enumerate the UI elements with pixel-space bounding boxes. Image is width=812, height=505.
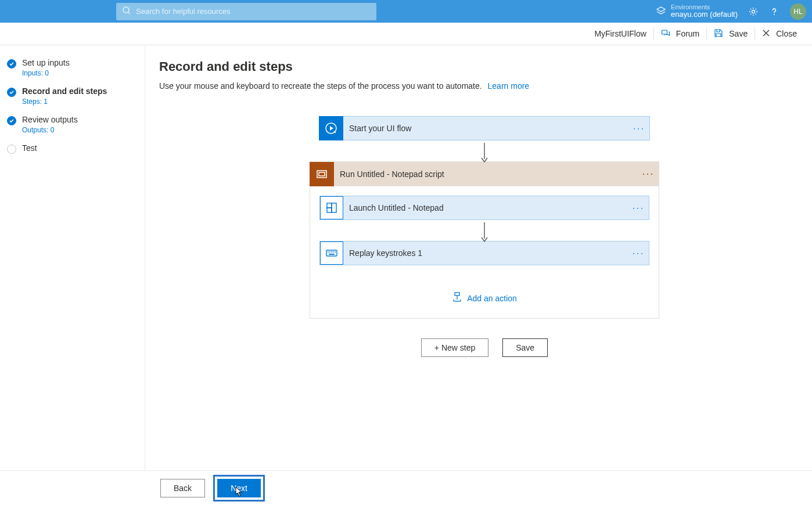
svg-rect-22: [455, 293, 459, 295]
search-icon: [122, 6, 131, 17]
nav-step-inputs[interactable]: Set up inputs Inputs: 0: [6, 53, 139, 82]
forum-label: Forum: [676, 29, 699, 38]
svg-rect-13: [327, 208, 332, 212]
close-icon: [762, 29, 770, 39]
svg-point-3: [774, 14, 775, 15]
new-step-button[interactable]: + New step: [421, 338, 488, 357]
page-desc-text: Use your mouse and keyboard to recreate …: [159, 81, 482, 91]
step-start-ui-flow[interactable]: Start your UI flow ···: [319, 116, 650, 140]
main-content: Record and edit steps Use your mouse and…: [145, 45, 812, 470]
environment-name: enayu.com (default): [671, 10, 738, 19]
flow-title-text: MyFirstUIFlow: [594, 29, 646, 38]
step-menu-icon[interactable]: ···: [628, 247, 649, 259]
close-label: Close: [776, 29, 797, 38]
step-menu-icon[interactable]: ···: [628, 122, 649, 135]
help-icon[interactable]: [769, 6, 779, 17]
wizard-nav: Set up inputs Inputs: 0 Record and edit …: [0, 45, 145, 470]
svg-rect-11: [327, 203, 332, 208]
flow-title: MyFirstUIFlow: [587, 23, 653, 45]
step-menu-icon[interactable]: ···: [638, 168, 659, 180]
add-action-label: Add an action: [467, 294, 517, 303]
svg-rect-4: [662, 30, 667, 34]
next-button-highlight: Next: [213, 475, 265, 502]
check-icon: [7, 88, 16, 97]
step-menu-icon[interactable]: ···: [628, 202, 649, 214]
svg-rect-12: [332, 203, 336, 212]
nav-title: Review outputs: [22, 115, 78, 124]
nav-subtitle: Inputs: 0: [22, 69, 70, 77]
step-label: Start your UI flow: [343, 124, 628, 133]
add-action-icon: [452, 292, 462, 304]
svg-line-1: [128, 12, 130, 14]
avatar-initials: HL: [793, 8, 802, 16]
connector-arrow-icon: [484, 222, 485, 239]
nav-subtitle: Outputs: 0: [22, 126, 78, 134]
svg-point-0: [123, 7, 129, 13]
nav-step-outputs[interactable]: Review outputs Outputs: 0: [6, 110, 139, 139]
toolbar: MyFirstUIFlow Forum Save Close: [0, 23, 812, 45]
settings-icon[interactable]: [748, 6, 759, 17]
svg-point-2: [752, 10, 755, 13]
step-run-script[interactable]: Run Untitled - Notepad script ···: [310, 162, 659, 186]
forum-icon: [661, 28, 670, 39]
nav-step-test[interactable]: Test: [6, 139, 139, 158]
step-label: Replay keystrokes 1: [343, 248, 628, 258]
search-input[interactable]: [136, 7, 371, 16]
page-title: Record and edit steps: [159, 59, 810, 74]
window-icon: [320, 196, 343, 219]
play-record-icon: [319, 116, 343, 140]
svg-rect-15: [326, 250, 337, 256]
back-button[interactable]: Back: [160, 479, 205, 497]
top-header: Environments enayu.com (default) HL: [0, 0, 812, 23]
step-launch-notepad[interactable]: Launch Untitled - Notepad ···: [319, 196, 649, 220]
nav-title: Record and edit steps: [22, 86, 107, 96]
script-container: Run Untitled - Notepad script ··· Launch…: [310, 161, 659, 319]
save-icon: [714, 28, 723, 39]
flow-canvas: Start your UI flow ··· Run Untitled - No…: [159, 116, 810, 357]
close-button[interactable]: Close: [755, 23, 804, 45]
search-box[interactable]: [116, 3, 376, 20]
page-description: Use your mouse and keyboard to recreate …: [159, 81, 810, 91]
check-icon: [7, 116, 16, 125]
empty-dot-icon: [7, 145, 16, 154]
next-button[interactable]: Next: [217, 479, 261, 497]
keyboard-icon: [320, 241, 343, 265]
environment-picker[interactable]: Environments enayu.com (default): [656, 4, 738, 19]
forum-button[interactable]: Forum: [654, 23, 706, 45]
new-step-label: + New step: [434, 343, 475, 352]
save-label: Save: [729, 29, 748, 38]
flow-bottom-buttons: + New step Save: [421, 338, 548, 357]
learn-more-link[interactable]: Learn more: [488, 81, 530, 91]
step-replay-keystrokes[interactable]: Replay keystrokes 1 ···: [319, 241, 649, 265]
next-label: Next: [231, 484, 247, 493]
nav-subtitle: Steps: 1: [22, 98, 107, 106]
environment-icon: [656, 5, 666, 18]
back-label: Back: [174, 484, 192, 493]
nav-title: Set up inputs: [22, 58, 70, 67]
nav-step-record[interactable]: Record and edit steps Steps: 1: [6, 82, 139, 110]
save-button[interactable]: Save: [707, 23, 754, 45]
connector-arrow-icon: [484, 143, 485, 159]
topbar-right: Environments enayu.com (default) HL: [656, 3, 806, 20]
script-icon: [310, 162, 334, 186]
step-label: Launch Untitled - Notepad: [343, 203, 628, 212]
nav-title: Test: [22, 143, 37, 153]
wizard-footer: Back Next: [0, 470, 812, 505]
add-action-button[interactable]: Add an action: [452, 292, 517, 304]
canvas-save-label: Save: [516, 343, 534, 352]
check-icon: [7, 59, 16, 68]
avatar[interactable]: HL: [790, 3, 806, 20]
step-label: Run Untitled - Notepad script: [334, 169, 638, 179]
canvas-save-button[interactable]: Save: [502, 338, 548, 357]
svg-rect-10: [319, 172, 325, 176]
